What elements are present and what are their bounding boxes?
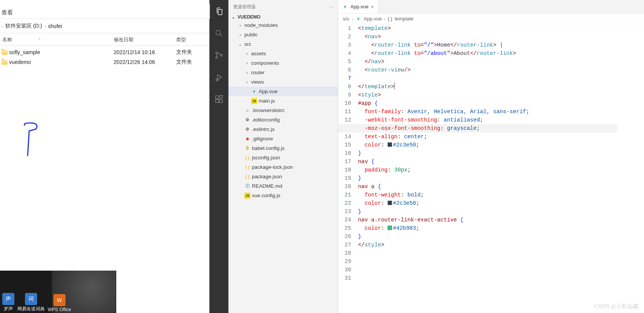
path-segment[interactable]: shufei [48, 23, 62, 29]
sidebar-title: 资源管理器 ··· [228, 0, 338, 14]
source-control-icon[interactable] [209, 48, 228, 63]
file-date: 2022/12/14 10:16 [114, 49, 176, 55]
file-type: 文件夹 [176, 59, 209, 65]
breadcrumb-item[interactable]: src [343, 16, 349, 22]
tree-item-label: components [251, 60, 279, 66]
file-explorer-window: 查看 › 软件安装区 (D:) › shufei 名称 ˄ 修改日期 类型 so… [0, 0, 209, 313]
sort-indicator-icon: ˄ [39, 38, 41, 42]
taskbar-item[interactable]: WWPS Office [48, 294, 71, 312]
activity-bar [209, 0, 228, 313]
tree-item-label: App.vue [259, 89, 278, 94]
tree-item-label: .editorconfig [252, 117, 280, 123]
editor-breadcrumbs[interactable]: src › ▼ App.vue › { } template [338, 14, 644, 24]
col-name[interactable]: 名称 ˄ [0, 36, 114, 43]
chevron-right-icon: › [352, 17, 353, 21]
code-editor[interactable]: 1234567891011121314151617181920212223242… [338, 24, 644, 313]
tree-folder[interactable]: ›views [228, 77, 338, 87]
app-icon: 词 [25, 293, 37, 305]
tree-item-label: .gitignore [252, 136, 273, 142]
tree-folder[interactable]: ›public [228, 30, 338, 39]
tree-folder[interactable]: ⌄src [228, 39, 338, 49]
tree-item-label: README.md [252, 183, 282, 189]
taskbar-label: 罗声 [4, 306, 13, 312]
chevron-right-icon: › [244, 79, 250, 85]
svg-point-3 [220, 55, 222, 56]
taskbar: 声罗声 词网易有道词典 WWPS Office [0, 271, 116, 313]
tree-file[interactable]: JSmain.js [228, 96, 338, 106]
chevron-down-icon: ⌄ [231, 14, 236, 20]
more-icon[interactable]: ··· [330, 4, 333, 9]
tree-file[interactable]: ɓbabel.config.js [228, 143, 338, 153]
breadcrumb-item[interactable]: template [395, 16, 414, 22]
breadcrumb-item[interactable]: App.vue [364, 16, 382, 22]
tree-folder[interactable]: ›router [228, 68, 338, 77]
vue-icon: ▼ [355, 16, 361, 22]
close-icon[interactable]: × [371, 4, 374, 10]
chevron-down-icon: ⌄ [238, 42, 243, 47]
column-headers: 名称 ˄ 修改日期 类型 [0, 33, 209, 46]
tree-file[interactable]: ⚙.eslintrc.js [228, 125, 338, 134]
project-root[interactable]: ⌄ VUEDEMO [228, 14, 338, 20]
file-explorer-ribbon: 查看 [0, 0, 209, 19]
tab-label: App.vue [350, 4, 369, 9]
hand-annotation [21, 121, 44, 159]
tree-item-label: package.json [252, 174, 282, 179]
tree-file[interactable]: ≡.browserslistrc [228, 106, 338, 115]
line-gutter: 1234567891011121314151617181920212223242… [338, 24, 358, 313]
editor-tab[interactable]: ▼ App.vue × [338, 0, 378, 13]
taskbar-label: 网易有道词典 [17, 306, 45, 312]
tree-item-label: .eslintrc.js [252, 126, 275, 132]
svg-rect-8 [220, 95, 222, 98]
editor-area: ▼ App.vue × src › ▼ App.vue › { } templa… [338, 0, 644, 313]
explorer-icon[interactable] [209, 4, 228, 19]
tree-file[interactable]: ▼App.vue [228, 87, 338, 96]
search-icon[interactable] [209, 26, 228, 41]
tree-item-label: jsconfig.json [252, 155, 280, 160]
tree-file[interactable]: JSvue.config.js [228, 191, 338, 200]
project-root-label: VUEDEMO [238, 14, 261, 20]
taskbar-label: WPS Office [48, 307, 71, 312]
file-row[interactable]: sofly_sample 2022/12/14 10:16 文件夹 [0, 47, 209, 57]
breadcrumb[interactable]: › 软件安装区 (D:) › shufei [0, 19, 209, 33]
tree-item-label: node_modules [244, 22, 278, 28]
view-tab[interactable]: 查看 [2, 9, 13, 16]
col-date[interactable]: 修改日期 [114, 36, 176, 43]
file-date: 2022/12/26 14:06 [114, 59, 176, 65]
svg-rect-5 [216, 96, 219, 99]
svg-point-0 [216, 30, 220, 35]
chevron-right-icon: › [44, 24, 46, 28]
vue-icon: ▼ [342, 4, 348, 10]
col-type[interactable]: 类型 [176, 36, 209, 43]
tree-file[interactable]: { }package.json [228, 172, 338, 181]
editor-tabs: ▼ App.vue × [338, 0, 644, 14]
tree-file[interactable]: ⓘREADME.md [228, 181, 338, 191]
path-segment[interactable]: 软件安装区 (D:) [5, 23, 42, 30]
code-content[interactable]: <template> <nav> <router-link to="/">Hom… [358, 24, 644, 313]
sidebar-title-label: 资源管理器 [233, 4, 256, 10]
tree-item-label: assets [251, 51, 266, 56]
chevron-right-icon: › [238, 32, 243, 37]
file-row[interactable]: vuedemo 2022/12/26 14:06 文件夹 [0, 57, 209, 67]
tree-file[interactable]: { }package-lock.json [228, 162, 338, 172]
file-type: 文件夹 [176, 49, 209, 56]
debug-icon[interactable] [209, 70, 228, 85]
svg-point-2 [216, 57, 218, 59]
tree-item-label: main.js [259, 98, 275, 104]
chevron-right-icon: › [244, 61, 250, 66]
chevron-right-icon: › [384, 17, 386, 21]
tree-item-label: package-lock.json [252, 164, 293, 170]
tree-file[interactable]: { }jsconfig.json [228, 153, 338, 162]
tree-folder[interactable]: ›components [228, 58, 338, 68]
file-tree: ›node_modules›public⌄src›assets›componen… [228, 20, 338, 313]
app-icon: 声 [2, 293, 14, 305]
taskbar-item[interactable]: 词网易有道词典 [17, 293, 45, 312]
tree-file[interactable]: ⚙.editorconfig [228, 115, 338, 125]
vscode-window: 资源管理器 ··· ⌄ VUEDEMO ›node_modules›public… [209, 0, 644, 313]
taskbar-item[interactable]: 声罗声 [2, 293, 14, 312]
extensions-icon[interactable] [209, 92, 228, 107]
tree-folder[interactable]: ›assets [228, 49, 338, 58]
tree-file[interactable]: ◆.gitignore [228, 134, 338, 143]
svg-point-1 [216, 52, 218, 54]
sidebar-explorer: 资源管理器 ··· ⌄ VUEDEMO ›node_modules›public… [228, 0, 338, 313]
tree-folder[interactable]: ›node_modules [228, 20, 338, 30]
